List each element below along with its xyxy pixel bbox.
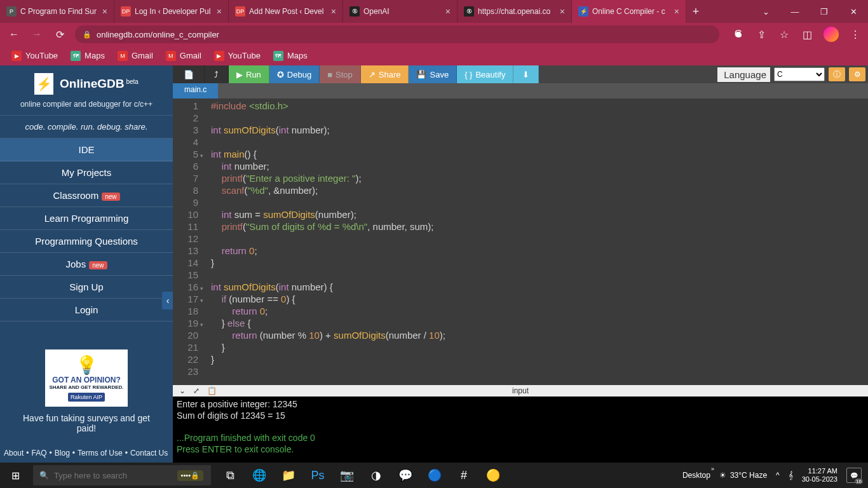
close-icon[interactable]: × bbox=[217, 6, 222, 17]
toolbar: 📄 ⤴ ▶Run ✪Debug ■Stop ↗Share 💾Save { }Be… bbox=[173, 65, 868, 83]
button-label: Save bbox=[430, 70, 449, 79]
sidebar-item-signup[interactable]: Sign Up bbox=[0, 276, 173, 299]
extensions-icon[interactable]: ◫ bbox=[801, 28, 813, 41]
stop-button[interactable]: ■Stop bbox=[320, 65, 361, 83]
google-icon[interactable]: G bbox=[732, 28, 745, 41]
profile-avatar[interactable] bbox=[824, 27, 839, 42]
input-indicator-icon[interactable]: 𝄞 bbox=[789, 471, 793, 480]
settings-button[interactable]: ⚙ bbox=[849, 67, 865, 81]
footer-link[interactable]: About bbox=[4, 449, 24, 458]
photoshop-icon[interactable]: Ps bbox=[304, 463, 332, 488]
close-icon[interactable]: × bbox=[102, 6, 107, 17]
browser-tab[interactable]: ⦿https://chat.openai.co× bbox=[458, 0, 572, 23]
slack-icon[interactable]: # bbox=[450, 463, 478, 488]
taskbar-search[interactable]: 🔍 ••••🔒 bbox=[33, 465, 211, 485]
line-gutter: 1234 5▾6789 101112131415 16▾17▾18 19▾202… bbox=[173, 98, 205, 385]
sidebar-item-login[interactable]: Login bbox=[0, 299, 173, 322]
close-icon[interactable]: × bbox=[674, 6, 679, 17]
share-icon[interactable]: ⇪ bbox=[755, 28, 768, 41]
footer-link[interactable]: Contact Us bbox=[130, 449, 168, 458]
menu-icon[interactable]: ⋮ bbox=[849, 28, 862, 41]
sidebar-item-projects[interactable]: My Projects bbox=[0, 161, 173, 184]
tab-title: OpenAI bbox=[363, 7, 442, 16]
debug-button[interactable]: ✪Debug bbox=[269, 65, 320, 83]
run-button[interactable]: ▶Run bbox=[229, 65, 269, 83]
chrome-icon[interactable]: 🔵 bbox=[421, 463, 449, 488]
copy-icon[interactable]: 📋 bbox=[207, 386, 217, 395]
footer-link[interactable]: Terms of Use bbox=[78, 449, 123, 458]
stop-icon: ■ bbox=[327, 70, 332, 79]
close-icon[interactable]: × bbox=[560, 6, 565, 17]
new-badge: new bbox=[89, 261, 107, 269]
chevron-down-icon[interactable]: ⌄ bbox=[751, 0, 780, 23]
edge-icon[interactable]: 🌐 bbox=[245, 463, 273, 488]
expand-icon[interactable]: ⤢ bbox=[193, 386, 200, 395]
sidebar-item-questions[interactable]: Programming Questions bbox=[0, 230, 173, 253]
save-button[interactable]: 💾Save bbox=[409, 65, 457, 83]
console-output[interactable]: Enter a positive integer: 12345 Sum of d… bbox=[173, 396, 868, 463]
browser-tab[interactable]: DPAdd New Post ‹ Devel× bbox=[229, 0, 343, 23]
reload-button[interactable]: ⟳ bbox=[52, 29, 67, 41]
sidebar-item-classroom[interactable]: Classroomnew bbox=[0, 184, 173, 207]
share-button[interactable]: ↗Share bbox=[361, 65, 409, 83]
star-icon[interactable]: ☆ bbox=[778, 28, 790, 41]
code-body[interactable]: #include <stdio.h> int sumOfDigits(int n… bbox=[205, 98, 868, 385]
close-icon[interactable]: × bbox=[445, 6, 451, 17]
close-button[interactable]: ✕ bbox=[839, 0, 868, 23]
donate-button[interactable]: ⓘ bbox=[829, 67, 845, 81]
whatsapp-icon[interactable]: 💬 bbox=[391, 463, 419, 488]
sidebar-item-learn[interactable]: Learn Programming bbox=[0, 207, 173, 230]
minimize-button[interactable]: — bbox=[780, 0, 810, 23]
instagram-icon[interactable]: 📷 bbox=[333, 463, 361, 488]
chevron-down-icon[interactable]: ⌄ bbox=[179, 386, 186, 395]
new-tab-button[interactable]: + bbox=[686, 0, 705, 23]
beautify-button[interactable]: { }Beautify bbox=[457, 65, 513, 83]
footer-link[interactable]: Blog bbox=[55, 449, 70, 458]
collapse-button[interactable]: ‹ bbox=[162, 292, 173, 309]
braces-icon: { } bbox=[465, 70, 472, 79]
gmail-icon: M bbox=[118, 51, 128, 61]
start-button[interactable]: ⊞ bbox=[0, 463, 31, 488]
bookmark-item[interactable]: ▶YouTube bbox=[6, 48, 63, 64]
bookmark-label: Gmail bbox=[180, 51, 201, 60]
favicon: ⚡ bbox=[578, 6, 588, 17]
tab-title: Online C Compiler - c bbox=[592, 7, 670, 16]
copilot-icon[interactable]: ◑ bbox=[362, 463, 390, 488]
search-input[interactable] bbox=[54, 471, 171, 480]
bookmark-item[interactable]: 🗺Maps bbox=[65, 48, 110, 64]
notifications-button[interactable]: 💬16 bbox=[846, 468, 862, 483]
weather-widget[interactable]: ☀33°C Haze bbox=[719, 471, 767, 480]
browser-tab[interactable]: PC Program to Find Sur× bbox=[0, 0, 114, 23]
footer-link[interactable]: FAQ bbox=[32, 449, 47, 458]
ad-box[interactable]: 💡 GOT AN OPINION? SHARE AND GET REWARDED… bbox=[45, 349, 128, 407]
main-area: 📄 ⤴ ▶Run ✪Debug ■Stop ↗Share 💾Save { }Be… bbox=[173, 65, 868, 463]
upload-button[interactable]: ⤴ bbox=[205, 65, 229, 83]
desktop-toolbar[interactable]: Desktop bbox=[682, 471, 710, 480]
bookmark-item[interactable]: MGmail bbox=[112, 48, 158, 64]
url-input[interactable]: 🔒 onlinegdb.com/online_c_compiler bbox=[75, 25, 719, 43]
language-select[interactable]: C bbox=[774, 67, 825, 81]
sidebar-item-ide[interactable]: IDE bbox=[0, 139, 173, 161]
sidebar-item-jobs[interactable]: Jobsnew bbox=[0, 253, 173, 276]
bookmark-item[interactable]: 🗺Maps bbox=[268, 48, 313, 64]
tray-chevron-icon[interactable]: ^ bbox=[776, 471, 780, 480]
code-editor[interactable]: 1234 5▾6789 101112131415 16▾17▾18 19▾202… bbox=[173, 98, 868, 385]
browser-tab-active[interactable]: ⚡Online C Compiler - c× bbox=[572, 0, 686, 23]
maximize-button[interactable]: ❐ bbox=[810, 0, 839, 23]
forward-button[interactable]: → bbox=[29, 29, 44, 40]
bookmark-item[interactable]: MGmail bbox=[161, 48, 207, 64]
chrome-canary-icon[interactable]: 🟡 bbox=[479, 463, 507, 488]
beta-tag: beta bbox=[126, 78, 138, 85]
download-button[interactable]: ⬇ bbox=[513, 65, 539, 83]
clock[interactable]: 11:27 AM30-05-2023 bbox=[802, 467, 837, 484]
back-button[interactable]: ← bbox=[6, 29, 22, 40]
browser-tab[interactable]: DPLog In ‹ Developer Pul× bbox=[114, 0, 229, 23]
file-tab-main[interactable]: main.c bbox=[173, 83, 218, 98]
new-file-button[interactable]: 📄 bbox=[173, 65, 205, 83]
explorer-icon[interactable]: 📁 bbox=[275, 463, 302, 488]
task-view-button[interactable]: ⧉ bbox=[216, 463, 244, 488]
close-icon[interactable]: × bbox=[331, 6, 336, 17]
bookmark-item[interactable]: ▶YouTube bbox=[209, 48, 266, 64]
addr-actions: G ⇪ ☆ ◫ ⋮ bbox=[732, 27, 862, 42]
browser-tab[interactable]: ⦿OpenAI× bbox=[343, 0, 458, 23]
